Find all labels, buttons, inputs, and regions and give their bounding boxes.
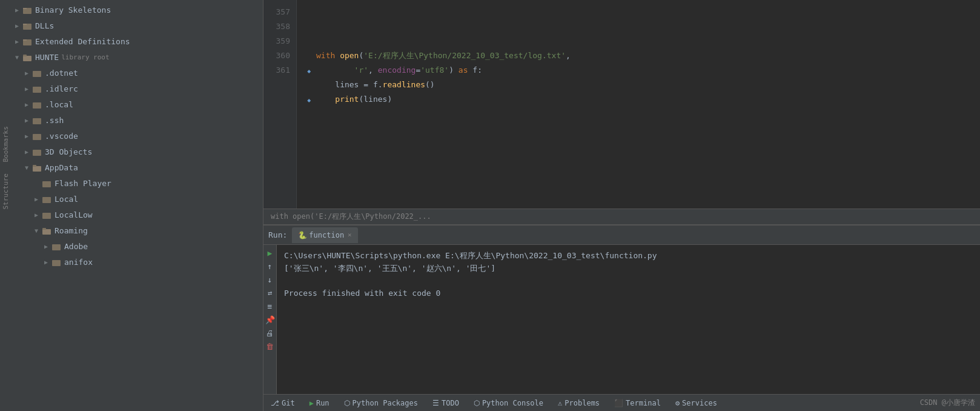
sidebar-item-label: AppData bbox=[45, 161, 78, 175]
sidebar-item-3d-objects[interactable]: ▶ 3D Objects bbox=[0, 144, 263, 160]
bookmarks-tab[interactable]: Bookmarks bbox=[0, 121, 11, 167]
scroll-up-button[interactable]: ↑ bbox=[265, 261, 276, 272]
bottom-tab-services-label: Services bbox=[682, 399, 717, 407]
bottom-tab-terminal-label: Terminal bbox=[626, 399, 661, 407]
line-number: 360 bbox=[263, 48, 296, 63]
breadcrumb-text: with open('E:/程序人生\Python/2022_... bbox=[271, 212, 431, 222]
bottom-tab-services[interactable]: ⚙ Services bbox=[673, 398, 720, 409]
sidebar-item-label: DLLs bbox=[35, 19, 54, 33]
sidebar-item-label: .local bbox=[45, 98, 73, 112]
sidebar-item-anifox[interactable]: ▶ anifox bbox=[0, 255, 263, 270]
sidebar-item-binary-skeletons[interactable]: ▶ Binary Skeletons bbox=[0, 2, 263, 18]
punct: ( bbox=[359, 92, 363, 107]
run-output: C:\Users\HUNTE\Scripts\python.exe E:\程序人… bbox=[277, 245, 980, 394]
run-button[interactable]: ▶ bbox=[265, 247, 276, 258]
sidebar-item-label: .dotnet bbox=[45, 67, 78, 80]
svg-rect-3 bbox=[23, 24, 27, 25]
sidebar-item-flash-player[interactable]: ▶ Flash Player bbox=[0, 176, 263, 192]
var-f2: f bbox=[368, 78, 378, 92]
sidebar-item-locallow[interactable]: ▶ LocalLow bbox=[0, 207, 263, 223]
scroll-down-button[interactable]: ↓ bbox=[265, 274, 276, 285]
code-line-359: ⬥ 'r' , encoding = 'utf8' ) as f : bbox=[306, 63, 980, 78]
bottom-tab-run[interactable]: ▶ Run bbox=[307, 398, 332, 409]
punct: , bbox=[566, 48, 571, 63]
pin-button[interactable]: 📌 bbox=[265, 314, 276, 325]
run-content: ▶ ↑ ↓ ⇄ ≡ 📌 🖨 🗑 C:\Users\HUNTE\Scripts\p… bbox=[263, 245, 980, 394]
run-tab-label: function bbox=[309, 231, 344, 239]
collapse-arrow: ▶ bbox=[41, 258, 51, 267]
breadcrumb-bar: with open('E:/程序人生\Python/2022_... bbox=[263, 209, 980, 224]
bottom-tab-git-label: Git bbox=[282, 399, 295, 407]
sidebar-item-ssh[interactable]: ▶ .ssh bbox=[0, 113, 263, 129]
sidebar-item-dlls[interactable]: ▶ DLLs bbox=[0, 18, 263, 34]
line-number: 358 bbox=[263, 19, 296, 34]
folder-icon bbox=[31, 115, 42, 126]
bottom-tab-problems-label: Problems bbox=[564, 399, 600, 407]
sidebar-item-roaming[interactable]: ▼ Roaming bbox=[0, 223, 263, 239]
svg-rect-18 bbox=[42, 213, 51, 219]
svg-rect-21 bbox=[52, 244, 61, 250]
svg-rect-10 bbox=[33, 102, 41, 109]
todo-icon: ☰ bbox=[432, 399, 439, 407]
sidebar-item-local[interactable]: ▶ Local bbox=[0, 192, 263, 207]
sidebar-item-label: Adobe bbox=[64, 240, 88, 253]
code-content[interactable]: with open ( 'E:/程序人生\Python/2022_10_03_t… bbox=[297, 0, 980, 209]
svg-rect-17 bbox=[42, 197, 51, 203]
stop-button[interactable]: 🗑 bbox=[265, 341, 276, 352]
problems-icon: ⚠ bbox=[558, 399, 562, 407]
svg-rect-16 bbox=[42, 181, 51, 187]
punct: . bbox=[378, 78, 383, 92]
sidebar-item-appdata[interactable]: ▼ AppData bbox=[0, 160, 263, 176]
sidebar-item-label: HUNTE bbox=[35, 51, 59, 64]
run-panel: Run: 🐍 function × ▶ ↑ ↓ ⇄ ≡ 📌 🖨 bbox=[263, 224, 980, 394]
collapse-arrow: ▶ bbox=[22, 68, 31, 78]
wrap-button[interactable]: ⇄ bbox=[265, 287, 276, 298]
punct: ( bbox=[359, 48, 363, 63]
bottom-tab-python-console-label: Python Console bbox=[482, 399, 543, 407]
folder-icon bbox=[22, 36, 33, 47]
keyword-as: as bbox=[459, 63, 468, 78]
sidebar-item-vscode[interactable]: ▶ .vscode bbox=[0, 129, 263, 144]
run-action-buttons: ▶ ↑ ↓ ⇄ ≡ 📌 🖨 🗑 bbox=[263, 245, 277, 394]
run-tab-function[interactable]: 🐍 function × bbox=[292, 227, 357, 243]
sidebar-item-hunte[interactable]: ▼ HUNTE library root bbox=[0, 50, 263, 65]
folder-open-icon bbox=[41, 226, 52, 236]
sidebar-item-local-dot[interactable]: ▶ .local bbox=[0, 97, 263, 113]
sidebar-item-dotnet[interactable]: ▶ .dotnet bbox=[0, 65, 263, 81]
settings-button[interactable]: ≡ bbox=[265, 301, 276, 312]
sidebar-item-label: .ssh bbox=[45, 114, 64, 127]
bottom-tab-todo[interactable]: ☰ TODO bbox=[430, 398, 462, 409]
structure-tab[interactable]: Structure bbox=[0, 169, 11, 215]
var-lines: lines bbox=[316, 78, 363, 92]
line-numbers: 357 358 359 360 361 bbox=[263, 0, 297, 209]
bottom-tab-terminal[interactable]: ⬛ Terminal bbox=[612, 398, 663, 409]
line-number: 357 bbox=[263, 5, 296, 19]
run-label: Run: bbox=[268, 230, 287, 239]
process-finished-line: Process finished with exit code 0 bbox=[284, 287, 973, 300]
gutter-breakpoint: ⬥ bbox=[306, 63, 314, 78]
print-button[interactable]: 🖨 bbox=[265, 327, 276, 338]
code-line-360: lines = f . readlines () bbox=[306, 78, 980, 92]
bottom-tab-git[interactable]: ⎇ Git bbox=[268, 398, 297, 409]
string-r: 'r' bbox=[316, 63, 368, 78]
bottom-tab-problems[interactable]: ⚠ Problems bbox=[555, 398, 602, 409]
var-lines2: lines bbox=[363, 92, 387, 107]
folder-icon bbox=[31, 99, 42, 110]
folder-icon bbox=[31, 131, 42, 142]
bottom-tab-python-console[interactable]: ⬡ Python Console bbox=[471, 398, 546, 409]
svg-rect-11 bbox=[33, 118, 41, 124]
sidebar-item-adobe[interactable]: ▶ Adobe bbox=[0, 239, 263, 255]
folder-icon bbox=[51, 241, 62, 252]
tab-close-button[interactable]: × bbox=[348, 231, 352, 239]
collapse-arrow: ▶ bbox=[12, 37, 22, 47]
sidebar-item-extended-definitions[interactable]: ▶ Extended Definitions bbox=[0, 34, 263, 50]
line-number: 359 bbox=[263, 34, 296, 48]
punct: : bbox=[477, 63, 482, 78]
sidebar-item-idlerc[interactable]: ▶ .idlerc bbox=[0, 81, 263, 97]
collapse-arrow: ▶ bbox=[22, 116, 31, 125]
svg-rect-9 bbox=[33, 87, 41, 93]
output-line-1: ['张三\n', '李四\n', '王五\n', '赵六\n', '田七'] bbox=[284, 262, 973, 275]
bottom-tab-python-packages[interactable]: ⬡ Python Packages bbox=[342, 398, 420, 409]
collapse-arrow: ▶ bbox=[41, 242, 51, 252]
punct: , bbox=[368, 63, 378, 78]
